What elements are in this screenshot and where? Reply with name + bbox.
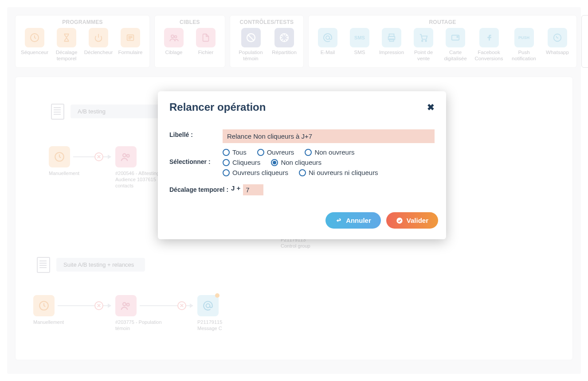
- undo-icon: [335, 217, 342, 224]
- label-decalage: Décalage temporel :: [169, 184, 231, 193]
- check-circle-icon: [396, 217, 403, 224]
- radio-non-ouvreurs[interactable]: Non ouvreurs: [305, 148, 354, 156]
- app-frame: PROGRAMMES Séquenceur Décalage temporel …: [7, 7, 581, 374]
- label-select: Sélectionner :: [169, 148, 223, 165]
- modal-title: Relancer opération: [169, 101, 266, 113]
- toolbox-notes: NOTES Annotation: [581, 15, 588, 68]
- decalage-input[interactable]: [243, 184, 263, 195]
- label-jplus: J +: [231, 184, 240, 192]
- close-icon[interactable]: ✖: [427, 102, 435, 113]
- radio-ouvreurs[interactable]: Ouvreurs: [257, 148, 294, 156]
- radio-tous[interactable]: Tous: [223, 148, 247, 156]
- relaunch-modal: Relancer opération ✖ Libellé : Sélection…: [158, 91, 446, 239]
- radio-ouvreurs-cliqueurs[interactable]: Ouvreurs cliqueurs: [223, 169, 288, 176]
- radio-ni-ouvreurs-ni-cliqueurs[interactable]: Ni ouvreurs ni cliqueurs: [299, 169, 378, 176]
- radio-non-cliqueurs[interactable]: Non cliqueurs: [271, 159, 321, 166]
- cancel-button[interactable]: Annuler: [325, 212, 381, 229]
- libelle-input[interactable]: [223, 129, 435, 143]
- validate-button[interactable]: Valider: [386, 212, 438, 229]
- label-libelle: Libellé :: [169, 129, 223, 138]
- radio-cliqueurs[interactable]: Cliqueurs: [223, 159, 260, 166]
